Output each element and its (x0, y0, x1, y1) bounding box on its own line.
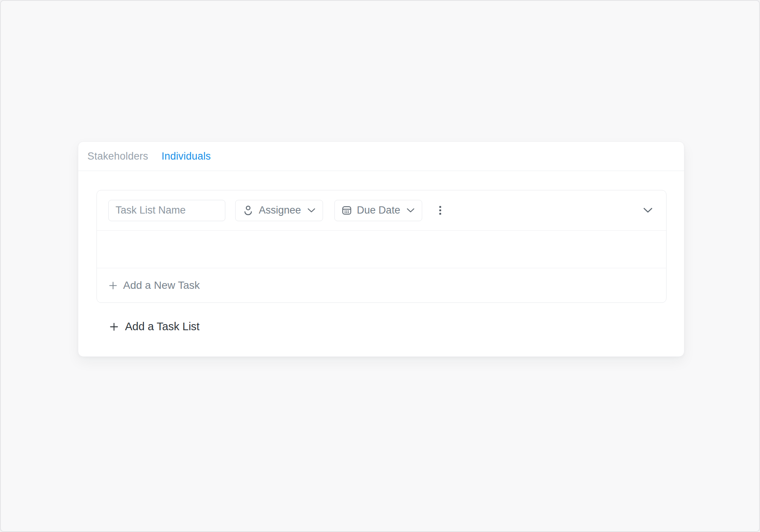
assignee-label: Assignee (259, 204, 301, 216)
task-list-name-input[interactable] (108, 200, 225, 221)
due-date-dropdown-button[interactable]: Due Date (334, 200, 422, 221)
task-list-header: Assignee (97, 190, 666, 231)
add-task-list-label: Add a Task List (125, 320, 200, 333)
add-new-task-label: Add a New Task (123, 279, 200, 291)
task-list-container: Assignee (97, 190, 667, 303)
add-task-list-button[interactable]: Add a Task List (109, 320, 200, 333)
user-icon (242, 205, 254, 216)
app-canvas: Stakeholders Individuals Assignee (0, 0, 760, 532)
add-new-task-button[interactable]: Add a New Task (97, 268, 666, 302)
due-date-label: Due Date (357, 204, 400, 216)
tab-individuals[interactable]: Individuals (162, 150, 211, 162)
task-board-card: Stakeholders Individuals Assignee (78, 141, 684, 357)
plus-icon (109, 322, 119, 332)
plus-icon (108, 281, 118, 290)
tab-stakeholders[interactable]: Stakeholders (87, 150, 148, 162)
kebab-menu-icon[interactable] (437, 203, 443, 218)
tab-bar: Stakeholders Individuals (78, 142, 684, 171)
chevron-down-icon (307, 208, 315, 213)
collapse-task-list-button[interactable] (643, 207, 652, 213)
tab-panel-individuals: Assignee (78, 171, 684, 333)
calendar-icon (342, 205, 352, 215)
chevron-down-icon (643, 207, 652, 213)
assignee-dropdown-button[interactable]: Assignee (235, 200, 323, 221)
task-list-empty-area (97, 231, 666, 268)
chevron-down-icon (407, 208, 415, 213)
